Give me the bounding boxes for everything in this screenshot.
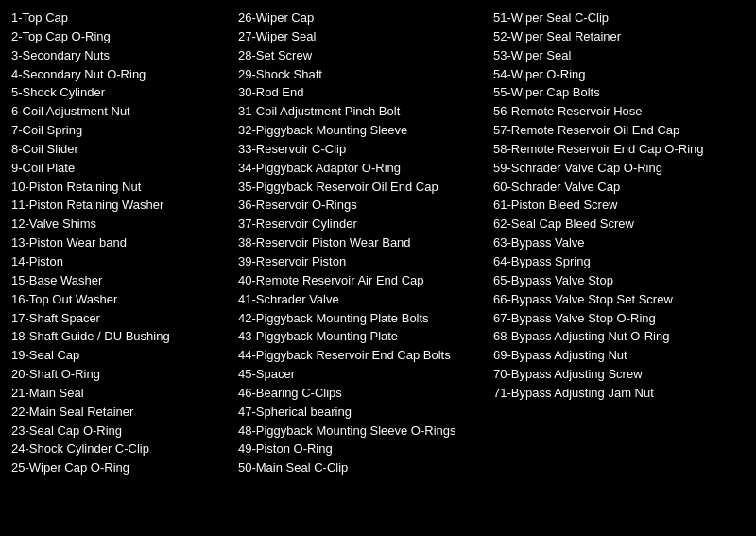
list-item: 3-Secondary Nuts bbox=[11, 47, 238, 65]
list-item: 50-Main Seal C-Clip bbox=[238, 459, 493, 477]
list-item: 41-Schrader Valve bbox=[238, 291, 493, 309]
list-item: 29-Shock Shaft bbox=[238, 66, 493, 84]
list-item: 10-Piston Retaining Nut bbox=[11, 179, 238, 197]
list-item: 69-Bypass Adjusting Nut bbox=[493, 347, 745, 365]
list-item: 18-Shaft Guide / DU Bushing bbox=[11, 328, 238, 346]
list-item: 15-Base Washer bbox=[11, 272, 238, 290]
list-item: 13-Piston Wear band bbox=[11, 234, 238, 252]
list-item: 43-Piggyback Mounting Plate bbox=[238, 328, 493, 346]
list-item: 64-Bypass Spring bbox=[493, 253, 745, 271]
list-item: 26-Wiper Cap bbox=[238, 9, 493, 27]
list-item: 49-Piston O-Ring bbox=[238, 441, 493, 458]
list-item: 7-Coil Spring bbox=[11, 122, 238, 140]
list-item: 42-Piggyback Mounting Plate Bolts bbox=[238, 310, 493, 328]
list-item: 71-Bypass Adjusting Jam Nut bbox=[493, 385, 745, 403]
list-item: 48-Piggyback Mounting Sleeve O-Rings bbox=[238, 423, 493, 441]
list-item: 23-Seal Cap O-Ring bbox=[11, 423, 238, 441]
list-item: 55-Wiper Cap Bolts bbox=[493, 84, 745, 102]
list-item: 4-Secondary Nut O-Ring bbox=[11, 66, 238, 84]
list-item: 62-Seal Cap Bleed Screw bbox=[493, 216, 745, 233]
list-item: 25-Wiper Cap O-Ring bbox=[11, 459, 238, 477]
list-item: 31-Coil Adjustment Pinch Bolt bbox=[238, 103, 493, 121]
list-item: 24-Shock Cylinder C-Clip bbox=[11, 441, 238, 458]
column-2: 26-Wiper Cap27-Wiper Seal28-Set Screw29-… bbox=[238, 9, 493, 477]
list-item: 53-Wiper Seal bbox=[493, 47, 745, 65]
list-item: 19-Seal Cap bbox=[11, 347, 238, 365]
list-item: 66-Bypass Valve Stop Set Screw bbox=[493, 291, 745, 309]
list-item: 14-Piston bbox=[11, 253, 238, 271]
list-item: 67-Bypass Valve Stop O-Ring bbox=[493, 310, 745, 328]
list-item: 5-Shock Cylinder bbox=[11, 84, 238, 102]
list-item: 60-Schrader Valve Cap bbox=[493, 179, 745, 197]
list-item: 58-Remote Reservoir End Cap O-Ring bbox=[493, 141, 745, 159]
list-item: 34-Piggyback Adaptor O-Ring bbox=[238, 160, 493, 178]
list-item: 33-Reservoir C-Clip bbox=[238, 141, 493, 159]
list-item: 39-Reservoir Piston bbox=[238, 253, 493, 271]
list-item: 30-Rod End bbox=[238, 84, 493, 102]
list-item: 40-Remote Reservoir Air End Cap bbox=[238, 272, 493, 290]
list-item: 61-Piston Bleed Screw bbox=[493, 197, 745, 215]
list-item: 8-Coil Slider bbox=[11, 141, 238, 159]
list-item: 37-Reservoir Cylinder bbox=[238, 216, 493, 233]
list-item: 32-Piggyback Mounting Sleeve bbox=[238, 122, 493, 140]
list-item: 11-Piston Retaining Washer bbox=[11, 197, 238, 215]
list-item: 70-Bypass Adjusting Screw bbox=[493, 366, 745, 384]
list-item: 28-Set Screw bbox=[238, 47, 493, 65]
list-item: 45-Spacer bbox=[238, 366, 493, 384]
list-item: 20-Shaft O-Ring bbox=[11, 366, 238, 384]
column-3: 51-Wiper Seal C-Clip52-Wiper Seal Retain… bbox=[493, 9, 745, 477]
list-item: 56-Remote Reservoir Hose bbox=[493, 103, 745, 121]
list-item: 54-Wiper O-Ring bbox=[493, 66, 745, 84]
list-item: 52-Wiper Seal Retainer bbox=[493, 28, 745, 46]
list-item: 2-Top Cap O-Ring bbox=[11, 28, 238, 46]
list-item: 59-Schrader Valve Cap O-Ring bbox=[493, 160, 745, 178]
list-item: 46-Bearing C-Clips bbox=[238, 385, 493, 403]
list-item: 9-Coil Plate bbox=[11, 160, 238, 178]
parts-list: 1-Top Cap2-Top Cap O-Ring3-Secondary Nut… bbox=[11, 9, 745, 477]
list-item: 12-Valve Shims bbox=[11, 216, 238, 233]
list-item: 47-Spherical bearing bbox=[238, 404, 493, 422]
list-item: 36-Reservoir O-Rings bbox=[238, 197, 493, 215]
list-item: 21-Main Seal bbox=[11, 385, 238, 403]
list-item: 44-Piggyback Reservoir End Cap Bolts bbox=[238, 347, 493, 365]
list-item: 38-Reservoir Piston Wear Band bbox=[238, 234, 493, 252]
list-item: 27-Wiper Seal bbox=[238, 28, 493, 46]
list-item: 57-Remote Reservoir Oil End Cap bbox=[493, 122, 745, 140]
list-item: 51-Wiper Seal C-Clip bbox=[493, 9, 745, 27]
list-item: 63-Bypass Valve bbox=[493, 234, 745, 252]
list-item: 35-Piggyback Reservoir Oil End Cap bbox=[238, 179, 493, 197]
list-item: 16-Top Out Washer bbox=[11, 291, 238, 309]
list-item: 68-Bypass Adjusting Nut O-Ring bbox=[493, 328, 745, 346]
list-item: 65-Bypass Valve Stop bbox=[493, 272, 745, 290]
list-item: 17-Shaft Spacer bbox=[11, 310, 238, 328]
column-1: 1-Top Cap2-Top Cap O-Ring3-Secondary Nut… bbox=[11, 9, 238, 477]
list-item: 6-Coil Adjustment Nut bbox=[11, 103, 238, 121]
list-item: 1-Top Cap bbox=[11, 9, 238, 27]
list-item: 22-Main Seal Retainer bbox=[11, 404, 238, 422]
